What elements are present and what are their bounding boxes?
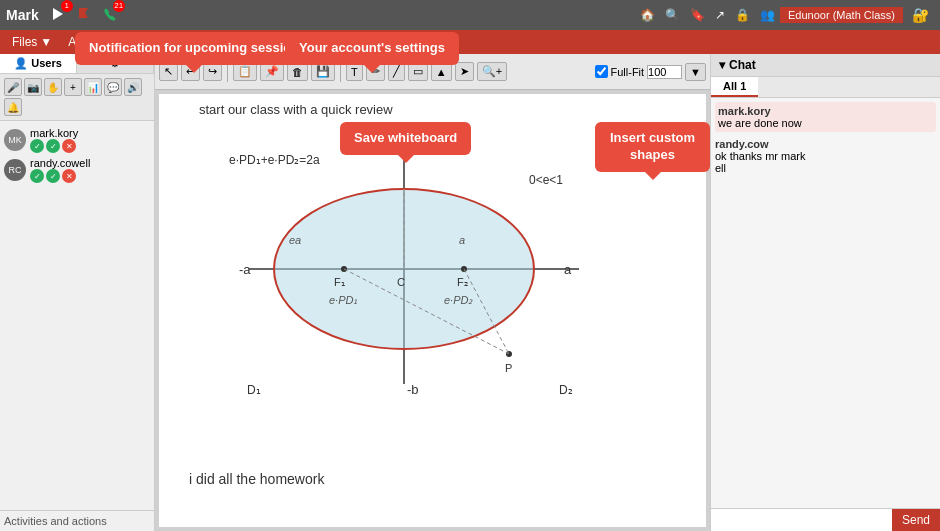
- fit-control: Full-Fit ▼: [595, 63, 707, 81]
- sidebar-toolbar: 🎤 📷 ✋ + 📊 💬 🔊 🔔: [0, 74, 154, 121]
- svg-text:a: a: [459, 234, 465, 246]
- wb-hw-text: i did all the homework: [189, 471, 324, 487]
- chat-header: ▾ Chat: [711, 54, 940, 77]
- svg-text:F₂: F₂: [457, 276, 468, 288]
- menu-bar: Files ▼ Actions ▼: [0, 30, 940, 54]
- chat-text-mark: we are done now: [718, 117, 933, 129]
- svg-text:ea: ea: [289, 234, 301, 246]
- svg-text:D₂: D₂: [559, 383, 573, 397]
- svg-text:D₁: D₁: [247, 383, 261, 397]
- avatar-mark: MK: [4, 129, 26, 151]
- svg-text:-a: -a: [239, 262, 251, 277]
- chat-input[interactable]: [711, 509, 892, 531]
- sidebar-btn-2[interactable]: 📷: [24, 78, 42, 96]
- chat-tab-all[interactable]: All 1: [711, 77, 758, 97]
- share-icon-btn[interactable]: ↗: [710, 6, 730, 24]
- flag-button[interactable]: [71, 4, 97, 27]
- chat-text-randy: ok thanks mr markell: [715, 150, 936, 174]
- phone-badge: 21: [113, 0, 125, 12]
- avatar-randy: RC: [4, 159, 26, 181]
- tb-text-btn[interactable]: T: [346, 63, 363, 81]
- tb-paste-btn[interactable]: 📌: [260, 62, 284, 81]
- chat-msg-randy: randy.cow ok thanks mr markell: [715, 138, 936, 174]
- tab-other[interactable]: ⚙: [77, 54, 154, 73]
- svg-text:-b: -b: [407, 382, 419, 397]
- fit-label: Full-Fit: [611, 66, 645, 78]
- svg-text:e·PD₁+e·PD₂=2a: e·PD₁+e·PD₂=2a: [229, 153, 320, 167]
- username-randy: randy.cowell: [30, 157, 150, 169]
- wb-start-text: start our class with a quick review: [199, 102, 393, 117]
- users-list: MK mark.kory ✓ ✓ ✕ RC randy.cowell ✓: [0, 121, 154, 189]
- settings-lock-icon[interactable]: 🔐: [907, 5, 934, 25]
- toolbar-sep-1: [227, 62, 228, 82]
- svg-text:a: a: [564, 262, 572, 277]
- tb-delete-btn[interactable]: 🗑: [287, 63, 308, 81]
- user-row-mark: MK mark.kory ✓ ✓ ✕: [4, 125, 150, 155]
- files-menu[interactable]: Files ▼: [4, 35, 60, 49]
- activities-section: Activities and actions: [0, 510, 154, 531]
- sidebar-btn-6[interactable]: 💬: [104, 78, 122, 96]
- chat-sender-randy: randy.cow: [715, 138, 936, 150]
- ellipse-diagram: b a -a -b F₁ F₂ C: [189, 124, 619, 407]
- sidebar: 👤 Users ⚙ 🎤 📷 ✋ + 📊 💬 🔊 🔔 MK mark.kory ✓: [0, 54, 155, 531]
- svg-text:P: P: [505, 362, 512, 374]
- main-layout: 👤 Users ⚙ 🎤 📷 ✋ + 📊 💬 🔊 🔔 MK mark.kory ✓: [0, 54, 940, 531]
- chat-panel: ▾ Chat All 1 mark.kory we are done now r…: [710, 54, 940, 531]
- username-mark: mark.kory: [30, 127, 150, 139]
- play-button[interactable]: 1: [45, 4, 71, 27]
- tb-save-btn[interactable]: 💾: [311, 62, 335, 81]
- svg-text:0<e<1: 0<e<1: [529, 173, 563, 187]
- tb-rect-btn[interactable]: ▭: [408, 62, 428, 81]
- tb-arrow-btn[interactable]: ➤: [455, 62, 474, 81]
- fit-value-input[interactable]: [647, 65, 682, 79]
- toolbar-row: ↖ ↩ ↪ 📋 📌 🗑 💾 T ✏ ╱ ▭ ▲ ➤ 🔍+ Full-Fit ▼: [155, 54, 710, 90]
- svg-text:C: C: [397, 276, 405, 288]
- tb-undo-btn[interactable]: ↩: [181, 62, 200, 81]
- tb-select-btn[interactable]: ↖: [159, 62, 178, 81]
- svg-text:b: b: [407, 130, 414, 145]
- home-icon-btn[interactable]: 🏠: [635, 6, 660, 24]
- tb-draw-btn[interactable]: ✏: [366, 62, 385, 81]
- people-icon-btn[interactable]: 👥: [755, 6, 780, 24]
- whiteboard-content: start our class with a quick review b: [159, 94, 706, 527]
- svg-text:e·PD₂: e·PD₂: [444, 294, 473, 306]
- canvas-area: ↖ ↩ ↪ 📋 📌 🗑 💾 T ✏ ╱ ▭ ▲ ➤ 🔍+ Full-Fit ▼: [155, 54, 710, 531]
- actions-menu[interactable]: Actions ▼: [60, 35, 130, 49]
- chat-sender-mark: mark.kory: [718, 105, 933, 117]
- tab-users[interactable]: 👤 Users: [0, 54, 77, 73]
- sidebar-btn-8[interactable]: 🔔: [4, 98, 22, 116]
- tb-line-btn[interactable]: ╱: [388, 62, 405, 81]
- user-row-randy: RC randy.cowell ✓ ✓ ✕: [4, 155, 150, 185]
- sidebar-btn-4[interactable]: +: [64, 78, 82, 96]
- app-title: Mark: [6, 7, 39, 23]
- user-controls-randy: ✓ ✓ ✕: [30, 169, 150, 183]
- search-icon-btn[interactable]: 🔍: [660, 6, 685, 24]
- sidebar-btn-3[interactable]: ✋: [44, 78, 62, 96]
- tb-redo-btn[interactable]: ↪: [203, 62, 222, 81]
- tb-zoom-in-btn[interactable]: 🔍+: [477, 62, 507, 81]
- sidebar-btn-1[interactable]: 🎤: [4, 78, 22, 96]
- fit-checkbox[interactable]: [595, 65, 608, 78]
- chat-input-row: Send: [711, 508, 940, 531]
- fit-dropdown-btn[interactable]: ▼: [685, 63, 706, 81]
- chat-msg-mark: mark.kory we are done now: [715, 102, 936, 132]
- ctrl-check2-randy[interactable]: ✓: [46, 169, 60, 183]
- ctrl-check-mark[interactable]: ✓: [30, 139, 44, 153]
- svg-text:F₁: F₁: [334, 276, 345, 288]
- ctrl-check2-mark[interactable]: ✓: [46, 139, 60, 153]
- ctrl-x-mark[interactable]: ✕: [62, 139, 76, 153]
- ctrl-check-randy[interactable]: ✓: [30, 169, 44, 183]
- phone-button[interactable]: 21: [97, 4, 123, 27]
- chat-messages: mark.kory we are done now randy.cow ok t…: [711, 98, 940, 508]
- user-controls-mark: ✓ ✓ ✕: [30, 139, 150, 153]
- send-button[interactable]: Send: [892, 509, 940, 531]
- tb-fill-btn[interactable]: ▲: [431, 63, 452, 81]
- bookmark-icon-btn[interactable]: 🔖: [685, 6, 710, 24]
- top-bar: Mark 1 21 🏠 🔍 🔖 ↗ 🔒 👥 Edunoor (Math Clas…: [0, 0, 940, 30]
- sidebar-btn-5[interactable]: 📊: [84, 78, 102, 96]
- tb-copy-btn[interactable]: 📋: [233, 62, 257, 81]
- whiteboard[interactable]: start our class with a quick review b: [159, 94, 706, 527]
- sidebar-btn-7[interactable]: 🔊: [124, 78, 142, 96]
- ctrl-x-randy[interactable]: ✕: [62, 169, 76, 183]
- lock-icon-btn[interactable]: 🔒: [730, 6, 755, 24]
